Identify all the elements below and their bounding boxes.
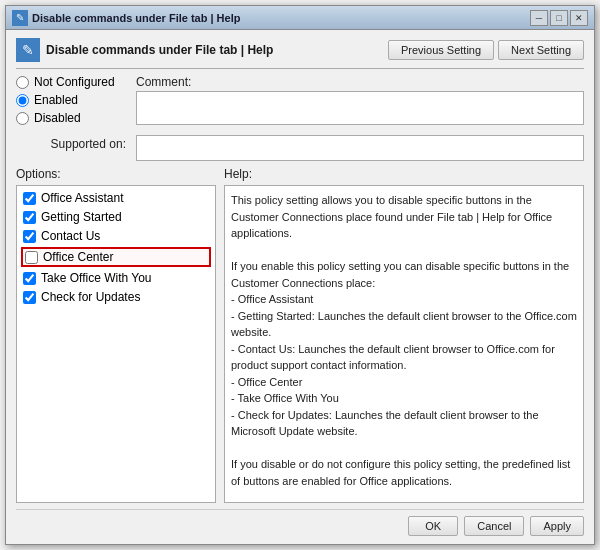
option-check-updates: Check for Updates <box>21 289 211 305</box>
maximize-button[interactable]: □ <box>550 10 568 26</box>
checkbox-contact-us[interactable] <box>23 230 36 243</box>
label-office-assistant: Office Assistant <box>41 191 123 205</box>
bottom-row: OK Cancel Apply <box>16 509 584 536</box>
radio-disabled: Disabled <box>16 111 126 125</box>
checkbox-office-assistant[interactable] <box>23 192 36 205</box>
radio-enabled-label: Enabled <box>34 93 78 107</box>
window-icon: ✎ <box>12 10 28 26</box>
comment-section: Comment: <box>136 75 584 125</box>
help-text: This policy setting allows you to disabl… <box>231 194 577 487</box>
radio-not-configured: Not Configured <box>16 75 126 89</box>
header-row: ✎ Disable commands under File tab | Help… <box>16 38 584 69</box>
header-buttons: Previous Setting Next Setting <box>388 40 584 60</box>
comment-label: Comment: <box>136 75 584 89</box>
radio-disabled-input[interactable] <box>16 112 29 125</box>
label-getting-started: Getting Started <box>41 210 122 224</box>
options-list: Office Assistant Getting Started Contact… <box>16 185 216 503</box>
panels-section: Options: Office Assistant Getting Starte… <box>16 167 584 503</box>
checkbox-take-office[interactable] <box>23 272 36 285</box>
help-panel: Help: This policy setting allows you to … <box>224 167 584 503</box>
radio-not-configured-input[interactable] <box>16 76 29 89</box>
label-check-updates: Check for Updates <box>41 290 140 304</box>
label-contact-us: Contact Us <box>41 229 100 243</box>
option-take-office: Take Office With You <box>21 270 211 286</box>
main-window: ✎ Disable commands under File tab | Help… <box>5 5 595 545</box>
label-take-office: Take Office With You <box>41 271 152 285</box>
close-button[interactable]: ✕ <box>570 10 588 26</box>
comment-textarea[interactable] <box>136 91 584 125</box>
previous-setting-button[interactable]: Previous Setting <box>388 40 494 60</box>
ok-button[interactable]: OK <box>408 516 458 536</box>
radio-enabled: Enabled <box>16 93 126 107</box>
help-label: Help: <box>224 167 584 181</box>
cancel-button[interactable]: Cancel <box>464 516 524 536</box>
option-getting-started: Getting Started <box>21 209 211 225</box>
header-icon: ✎ <box>16 38 40 62</box>
option-contact-us: Contact Us <box>21 228 211 244</box>
radio-enabled-input[interactable] <box>16 94 29 107</box>
title-bar-buttons: ─ □ ✕ <box>530 10 588 26</box>
supported-row: Supported on: <box>16 135 584 161</box>
option-office-assistant: Office Assistant <box>21 190 211 206</box>
radio-not-configured-label: Not Configured <box>34 75 115 89</box>
options-label: Options: <box>16 167 216 181</box>
radio-group: Not Configured Enabled Disabled <box>16 75 126 125</box>
dialog-content: ✎ Disable commands under File tab | Help… <box>6 30 594 544</box>
supported-label: Supported on: <box>16 135 126 151</box>
title-bar-text: Disable commands under File tab | Help <box>32 12 530 24</box>
checkbox-check-updates[interactable] <box>23 291 36 304</box>
title-bar: ✎ Disable commands under File tab | Help… <box>6 6 594 30</box>
header-title: Disable commands under File tab | Help <box>46 43 382 57</box>
radio-disabled-label: Disabled <box>34 111 81 125</box>
next-setting-button[interactable]: Next Setting <box>498 40 584 60</box>
option-office-center: Office Center <box>21 247 211 267</box>
options-panel: Options: Office Assistant Getting Starte… <box>16 167 216 503</box>
minimize-button[interactable]: ─ <box>530 10 548 26</box>
middle-section: Not Configured Enabled Disabled Comment: <box>16 75 584 125</box>
checkbox-getting-started[interactable] <box>23 211 36 224</box>
apply-button[interactable]: Apply <box>530 516 584 536</box>
supported-box <box>136 135 584 161</box>
checkbox-office-center[interactable] <box>25 251 38 264</box>
label-office-center: Office Center <box>43 250 113 264</box>
help-box: This policy setting allows you to disabl… <box>224 185 584 503</box>
